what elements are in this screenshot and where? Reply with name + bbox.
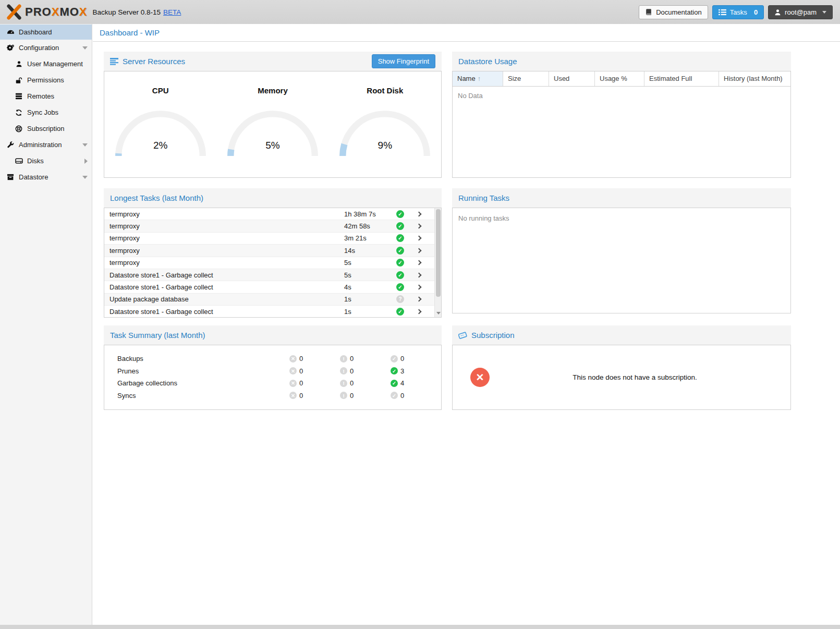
show-fingerprint-button[interactable]: Show Fingerprint xyxy=(372,54,435,68)
chevron-down-icon xyxy=(82,176,88,179)
sidebar-item-configuration[interactable]: Configuration xyxy=(0,40,92,56)
sidebar-item-dashboard[interactable]: Dashboard xyxy=(0,25,92,40)
app-header: PROXMOX Backup Server 0.8-15 BETA Docume… xyxy=(0,0,840,24)
column-header-name[interactable]: Name↑ xyxy=(453,71,503,86)
task-row[interactable]: Datastore store1 - Garbage collect 4s xyxy=(104,281,441,293)
page-title-bar: Dashboard - WIP xyxy=(93,24,840,42)
scrollbar xyxy=(434,208,441,317)
task-row[interactable]: termproxy 5s xyxy=(104,257,441,269)
sidebar: Dashboard Configuration User Management … xyxy=(0,24,92,625)
sidebar-item-datastore[interactable]: Datastore xyxy=(0,169,92,185)
sync-refresh-icon xyxy=(15,108,23,117)
longest-tasks-panel: Longest Tasks (last Month) termproxy 1h … xyxy=(104,188,442,318)
task-row[interactable]: termproxy 1h 38m 7s xyxy=(104,208,441,220)
task-row[interactable]: termproxy 3m 21s xyxy=(104,233,441,245)
server-bars-icon xyxy=(15,92,23,101)
column-header-usage-pct[interactable]: Usage % xyxy=(595,71,644,86)
chevron-down-icon xyxy=(82,46,88,50)
scrollbar-thumb[interactable] xyxy=(436,209,441,297)
memory-gauge: Memory 5% xyxy=(223,86,322,160)
error-count-icon xyxy=(289,380,297,387)
memory-gauge-value: 5% xyxy=(223,140,322,151)
footer-strip xyxy=(0,625,840,629)
sidebar-item-subscription[interactable]: Subscription xyxy=(0,120,92,137)
ok-count-icon xyxy=(391,380,398,387)
life-ring-icon xyxy=(15,125,23,133)
root-disk-gauge: Root Disk 9% xyxy=(335,86,434,160)
summary-row-syncs: Syncs 0 0 0 xyxy=(117,390,441,402)
chevron-right-icon[interactable] xyxy=(417,224,422,229)
subscription-panel: Subscription This node does not have a s… xyxy=(452,325,791,410)
column-header-estimated-full[interactable]: Estimated Full xyxy=(644,71,719,86)
chevron-right-icon[interactable] xyxy=(417,248,422,253)
error-count-icon xyxy=(289,367,297,374)
status-ok-icon xyxy=(396,308,404,316)
task-row[interactable]: Datastore store1 - Garbage collect 1s xyxy=(104,306,441,318)
documentation-button[interactable]: Documentation xyxy=(639,5,708,19)
task-row[interactable]: Update package database 1s xyxy=(104,294,441,306)
summary-row-garbage-collections: Garbage collections 0 0 4 xyxy=(117,377,441,390)
subscription-title: Subscription xyxy=(471,331,515,340)
cpu-gauge-value: 2% xyxy=(111,140,210,151)
task-row[interactable]: termproxy 14s xyxy=(104,245,441,257)
sidebar-item-permissions[interactable]: Permissions xyxy=(0,72,92,88)
proxmox-logo: PROXMOX xyxy=(6,4,88,20)
chevron-down-icon xyxy=(82,143,88,147)
beta-link[interactable]: BETA xyxy=(163,8,181,16)
product-version: Backup Server 0.8-15 xyxy=(93,8,161,16)
chevron-right-icon[interactable] xyxy=(417,309,422,314)
sidebar-item-administration[interactable]: Administration xyxy=(0,137,92,153)
user-menu-button[interactable]: root@pam xyxy=(768,5,833,19)
sidebar-item-disks[interactable]: Disks xyxy=(0,153,92,169)
status-ok-icon xyxy=(396,222,404,230)
chevron-right-icon[interactable] xyxy=(417,211,422,216)
running-tasks-title: Running Tasks xyxy=(458,193,509,202)
running-tasks-empty-text: No running tasks xyxy=(453,208,790,228)
tachometer-icon xyxy=(6,28,15,37)
chevron-right-icon[interactable] xyxy=(417,236,422,241)
warning-count-icon xyxy=(340,392,347,399)
scroll-down-arrow[interactable] xyxy=(435,310,442,317)
chevron-right-icon[interactable] xyxy=(417,260,422,265)
book-icon xyxy=(645,8,652,16)
page-title: Dashboard - WIP xyxy=(100,28,160,37)
chevron-right-icon[interactable] xyxy=(417,272,422,277)
task-list-icon xyxy=(719,9,726,16)
warning-count-icon xyxy=(340,355,347,362)
status-ok-icon xyxy=(396,271,404,279)
datastore-usage-header-row: Name↑ Size Used Usage % Estimated Full H… xyxy=(453,71,790,87)
chevron-right-icon[interactable] xyxy=(417,297,422,302)
sidebar-item-sync-jobs[interactable]: Sync Jobs xyxy=(0,104,92,120)
datastore-usage-panel: Datastore Usage Name↑ Size Used Usage % … xyxy=(452,52,791,178)
summary-row-prunes: Prunes 0 0 3 xyxy=(117,365,441,378)
tasks-button[interactable]: Tasks 0 xyxy=(712,5,764,19)
task-row[interactable]: termproxy 42m 58s xyxy=(104,220,441,232)
status-ok-icon xyxy=(396,210,404,218)
status-ok-icon xyxy=(396,247,404,255)
task-row[interactable]: Datastore store1 - Garbage collect 5s xyxy=(104,269,441,281)
sort-asc-icon: ↑ xyxy=(478,75,481,82)
chevron-right-icon xyxy=(84,159,88,164)
chevron-right-icon[interactable] xyxy=(417,285,422,290)
datastore-usage-title: Datastore Usage xyxy=(458,57,517,66)
column-header-used[interactable]: Used xyxy=(549,71,595,86)
unlock-icon xyxy=(15,76,23,84)
ticket-icon xyxy=(458,331,467,339)
status-ok-icon xyxy=(396,259,404,267)
server-resources-icon xyxy=(110,58,118,65)
tasks-count-badge: 0 xyxy=(751,8,758,16)
cpu-gauge: CPU 2% xyxy=(111,86,210,160)
archive-box-icon xyxy=(6,173,15,182)
ok-count-icon xyxy=(391,392,398,399)
brand-text: PROXMOX xyxy=(25,5,88,19)
column-header-size[interactable]: Size xyxy=(503,71,549,86)
sidebar-item-remotes[interactable]: Remotes xyxy=(0,88,92,104)
datastore-usage-empty-text: No Data xyxy=(453,87,790,105)
ok-count-icon xyxy=(391,355,398,362)
wrench-icon xyxy=(6,141,15,149)
server-resources-title: Server Resources xyxy=(123,57,185,66)
task-summary-title: Task Summary (last Month) xyxy=(110,331,205,340)
column-header-history[interactable]: History (last Month) xyxy=(719,71,790,86)
status-ok-icon xyxy=(396,283,404,291)
sidebar-item-user-management[interactable]: User Management xyxy=(0,56,92,72)
